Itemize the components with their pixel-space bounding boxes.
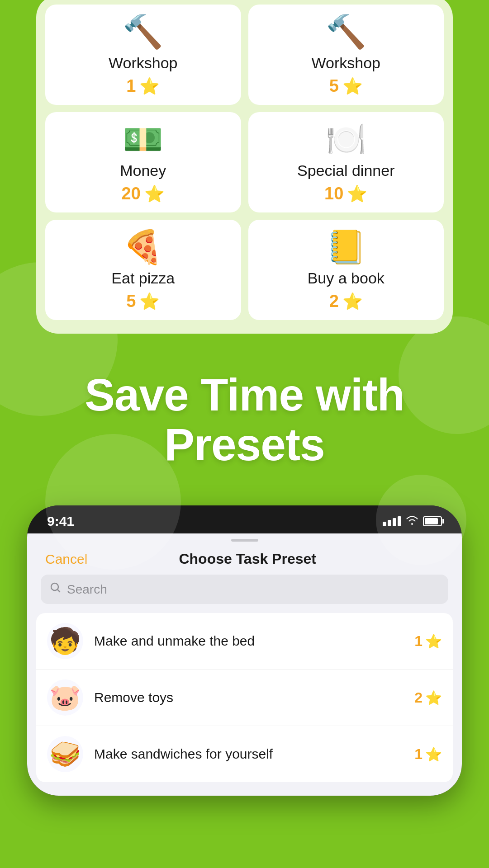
reward-special-dinner-name: Special dinner [297,162,394,179]
star-icon: ⭐ [342,77,363,96]
task-row[interactable]: 🧒 Make and unmake the bed 1 ⭐ [36,613,453,670]
reward-buy-book[interactable]: 📒 Buy a book 2 ⭐ [248,220,444,320]
search-icon [50,582,62,597]
reward-workshop1-points: 1 ⭐ [126,76,160,96]
task-make-bed-name: Make and unmake the bed [94,633,414,649]
modal-title: Choose Task Preset [179,551,316,567]
reward-workshop1[interactable]: 🔨 Workshop 1 ⭐ [45,5,241,105]
reward-buy-book-points: 2 ⭐ [329,292,363,311]
reward-money-name: Money [120,162,166,179]
task-remove-toys-points: 2 ⭐ [414,689,442,706]
task-remove-toys-name: Remove toys [94,690,414,705]
status-bar: 9:41 [27,505,462,533]
status-time: 9:41 [47,514,74,529]
task-make-bed-points: 1 ⭐ [414,633,442,650]
battery-icon [423,516,442,526]
task-sandwiches-name: Make sandwiches for yourself [94,746,414,762]
signal-bars-icon [383,516,401,526]
task-row[interactable]: 🥪 Make sandwiches for yourself 1 ⭐ [36,726,453,782]
reward-workshop1-icon: 🔨 [123,15,163,48]
star-icon: ⭐ [144,184,165,203]
star-icon: ⭐ [139,292,160,311]
reward-eat-pizza-points: 5 ⭐ [126,292,160,311]
task-remove-toys-icon: 🐷 [47,679,83,716]
headline-text: Save Time with Presets [27,370,462,469]
reward-money-points: 20 ⭐ [122,184,165,203]
phone-mockup: 9:41 Cancel Choose Task Preset [27,505,462,796]
task-make-bed-icon: 🧒 [47,623,83,659]
search-bar[interactable]: Search [41,575,448,604]
reward-workshop5-points: 5 ⭐ [329,76,363,96]
headline-section: Save Time with Presets [0,338,489,492]
reward-workshop1-name: Workshop [109,54,177,72]
wifi-icon [406,515,418,528]
star-icon: ⭐ [139,77,160,96]
star-icon: ⭐ [425,690,442,706]
task-sandwiches-icon: 🥪 [47,736,83,772]
star-icon: ⭐ [342,292,363,311]
reward-money-icon: 💵 [123,123,163,156]
phone-screen: Cancel Choose Task Preset Search 🧒 Make … [27,533,462,796]
reward-workshop5[interactable]: 🔨 Workshop 5 ⭐ [248,5,444,105]
reward-special-dinner-points: 10 ⭐ [324,184,367,203]
reward-eat-pizza[interactable]: 🍕 Eat pizza 5 ⭐ [45,220,241,320]
reward-eat-pizza-icon: 🍕 [123,231,163,263]
task-sandwiches-points: 1 ⭐ [414,746,442,763]
rewards-card: 🔨 Workshop 1 ⭐ 🔨 Workshop 5 ⭐ 💵 Money 20… [36,0,453,334]
reward-workshop5-icon: 🔨 [326,15,366,48]
task-list: 🧒 Make and unmake the bed 1 ⭐ 🐷 Remove t… [27,613,462,796]
reward-buy-book-name: Buy a book [308,269,385,287]
search-placeholder: Search [67,582,107,597]
star-icon: ⭐ [425,746,442,762]
task-row[interactable]: 🐷 Remove toys 2 ⭐ [36,670,453,726]
reward-buy-book-icon: 📒 [326,231,366,263]
reward-eat-pizza-name: Eat pizza [111,269,175,287]
status-icons [383,515,442,528]
reward-special-dinner-icon: 🍽️ [326,123,366,156]
drag-handle [27,533,462,542]
star-icon: ⭐ [347,184,367,203]
modal-header: Cancel Choose Task Preset [27,542,462,575]
reward-workshop5-name: Workshop [312,54,380,72]
reward-special-dinner[interactable]: 🍽️ Special dinner 10 ⭐ [248,112,444,212]
star-icon: ⭐ [425,633,442,649]
rewards-grid: 🔨 Workshop 1 ⭐ 🔨 Workshop 5 ⭐ 💵 Money 20… [45,5,444,320]
reward-money[interactable]: 💵 Money 20 ⭐ [45,112,241,212]
cancel-button[interactable]: Cancel [45,552,87,567]
